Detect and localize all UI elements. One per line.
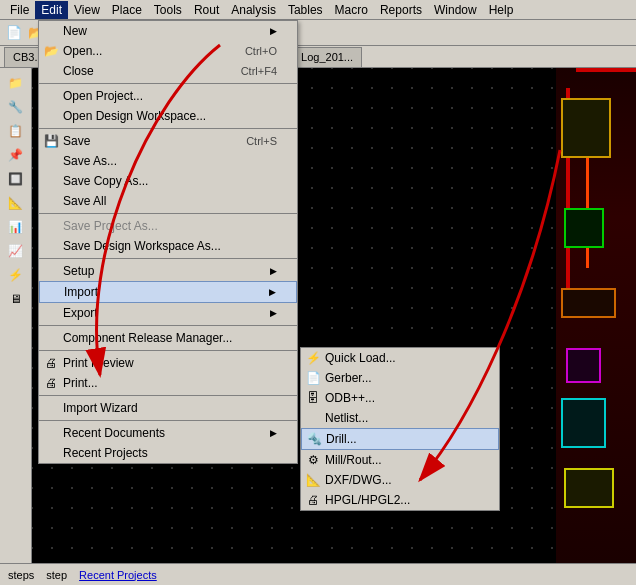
pcb-artwork: [556, 68, 636, 563]
save-menu-icon: 💾: [43, 133, 59, 149]
menu-item-save-project-as[interactable]: Save Project As...: [39, 216, 297, 236]
panel-icon-1[interactable]: 📁: [5, 72, 27, 94]
menubar-item-macro[interactable]: Macro: [329, 1, 374, 19]
menubar-item-reports[interactable]: Reports: [374, 1, 428, 19]
sep-3: [39, 213, 297, 214]
menu-item-new[interactable]: New: [39, 21, 297, 41]
print-icon: 🖨: [43, 375, 59, 391]
sep-1: [39, 83, 297, 84]
submenu-item-drill[interactable]: 🔩 Drill...: [301, 428, 499, 450]
menu-item-component-release[interactable]: Component Release Manager...: [39, 328, 297, 348]
panel-icon-5[interactable]: 🔲: [5, 168, 27, 190]
menu-item-import[interactable]: Import: [39, 281, 297, 303]
submenu-item-hpgl-label: HPGL/HPGL2...: [325, 493, 410, 507]
edit-dropdown: New 📂 Open... Ctrl+O Close Ctrl+F4 Open …: [38, 20, 298, 464]
panel-icon-8[interactable]: 📈: [5, 240, 27, 262]
menu-item-setup-label: Setup: [63, 264, 94, 278]
odb-icon: 🗄: [305, 390, 321, 406]
submenu-item-dxf-dwg-label: DXF/DWG...: [325, 473, 392, 487]
menu-item-close[interactable]: Close Ctrl+F4: [39, 61, 297, 81]
menu-item-component-release-label: Component Release Manager...: [63, 331, 232, 345]
menubar-item-tables[interactable]: Tables: [282, 1, 329, 19]
drill-icon: 🔩: [306, 431, 322, 447]
menu-item-open-workspace-label: Open Design Workspace...: [63, 109, 206, 123]
panel-icon-7[interactable]: 📊: [5, 216, 27, 238]
quick-load-icon: ⚡: [305, 350, 321, 366]
menu-item-print-preview-label: Print Preview: [63, 356, 134, 370]
menu-item-print-preview[interactable]: 🖨 Print Preview: [39, 353, 297, 373]
menu-item-setup[interactable]: Setup: [39, 261, 297, 281]
status-steps[interactable]: steps: [8, 569, 34, 581]
submenu-item-quick-load[interactable]: ⚡ Quick Load...: [301, 348, 499, 368]
hpgl-icon: 🖨: [305, 492, 321, 508]
sep-5: [39, 325, 297, 326]
left-panel: 📁 🔧 📋 📌 🔲 📐 📊 📈 ⚡ 🖥: [0, 68, 32, 563]
menu-item-save-workspace-as-label: Save Design Workspace As...: [63, 239, 221, 253]
panel-icon-4[interactable]: 📌: [5, 144, 27, 166]
panel-icon-2[interactable]: 🔧: [5, 96, 27, 118]
submenu-item-quick-load-label: Quick Load...: [325, 351, 396, 365]
new-icon[interactable]: 📄: [4, 23, 24, 43]
panel-icon-10[interactable]: 🖥: [5, 288, 27, 310]
menu-item-close-label: Close: [63, 64, 94, 78]
submenu-item-hpgl[interactable]: 🖨 HPGL/HPGL2...: [301, 490, 499, 510]
submenu-item-netlist[interactable]: Netlist...: [301, 408, 499, 428]
menu-item-save-as-label: Save As...: [63, 154, 117, 168]
submenu-item-odb[interactable]: 🗄 ODB++...: [301, 388, 499, 408]
panel-icon-3[interactable]: 📋: [5, 120, 27, 142]
menu-item-open-shortcut: Ctrl+O: [245, 45, 277, 57]
sep-4: [39, 258, 297, 259]
menu-item-open-project[interactable]: Open Project...: [39, 86, 297, 106]
submenu-item-mill-rout[interactable]: ⚙ Mill/Rout...: [301, 450, 499, 470]
menubar-item-tools[interactable]: Tools: [148, 1, 188, 19]
mill-rout-icon: ⚙: [305, 452, 321, 468]
open-menu-icon: 📂: [43, 43, 59, 59]
menu-item-recent-documents-label: Recent Documents: [63, 426, 165, 440]
menu-item-save-shortcut: Ctrl+S: [246, 135, 277, 147]
menu-item-save-all-label: Save All: [63, 194, 106, 208]
menu-item-open-label: Open...: [63, 44, 102, 58]
submenu-item-mill-rout-label: Mill/Rout...: [325, 453, 382, 467]
status-recent-projects[interactable]: Recent Projects: [79, 569, 157, 581]
menu-item-export-label: Export: [63, 306, 98, 320]
menu-item-recent-projects[interactable]: Recent Projects: [39, 443, 297, 463]
menubar-item-rout[interactable]: Rout: [188, 1, 225, 19]
menu-item-save-label: Save: [63, 134, 90, 148]
menu-item-save-all[interactable]: Save All: [39, 191, 297, 211]
panel-icon-6[interactable]: 📐: [5, 192, 27, 214]
panel-icon-9[interactable]: ⚡: [5, 264, 27, 286]
submenu-item-dxf-dwg[interactable]: 📐 DXF/DWG...: [301, 470, 499, 490]
menu-item-save-copy-as-label: Save Copy As...: [63, 174, 148, 188]
menubar-item-edit[interactable]: Edit: [35, 1, 68, 19]
menu-item-recent-projects-label: Recent Projects: [63, 446, 148, 460]
menu-item-recent-documents[interactable]: Recent Documents: [39, 423, 297, 443]
menu-item-save-as[interactable]: Save As...: [39, 151, 297, 171]
menubar-item-analysis[interactable]: Analysis: [225, 1, 282, 19]
menubar-item-file[interactable]: File: [4, 1, 35, 19]
submenu-item-odb-label: ODB++...: [325, 391, 375, 405]
menu-item-open[interactable]: 📂 Open... Ctrl+O: [39, 41, 297, 61]
sep-6: [39, 350, 297, 351]
menubar-item-help[interactable]: Help: [483, 1, 520, 19]
menubar-item-view[interactable]: View: [68, 1, 106, 19]
menu-item-save-workspace-as[interactable]: Save Design Workspace As...: [39, 236, 297, 256]
menu-item-save-copy-as[interactable]: Save Copy As...: [39, 171, 297, 191]
menu-item-save[interactable]: 💾 Save Ctrl+S: [39, 131, 297, 151]
menu-item-print[interactable]: 🖨 Print...: [39, 373, 297, 393]
dxf-dwg-icon: 📐: [305, 472, 321, 488]
menu-item-export[interactable]: Export: [39, 303, 297, 323]
menubar-item-place[interactable]: Place: [106, 1, 148, 19]
submenu-item-gerber-label: Gerber...: [325, 371, 372, 385]
menu-item-import-wizard-label: Import Wizard: [63, 401, 138, 415]
menubar-item-window[interactable]: Window: [428, 1, 483, 19]
menu-item-import-label: Import: [64, 285, 98, 299]
menu-item-print-label: Print...: [63, 376, 98, 390]
tab-log[interactable]: Log_201...: [292, 47, 362, 67]
menu-item-import-wizard[interactable]: Import Wizard: [39, 398, 297, 418]
sep-2: [39, 128, 297, 129]
submenu-item-gerber[interactable]: 📄 Gerber...: [301, 368, 499, 388]
menu-item-open-project-label: Open Project...: [63, 89, 143, 103]
menubar: File Edit View Place Tools Rout Analysis…: [0, 0, 636, 20]
status-step[interactable]: step: [46, 569, 67, 581]
menu-item-open-workspace[interactable]: Open Design Workspace...: [39, 106, 297, 126]
